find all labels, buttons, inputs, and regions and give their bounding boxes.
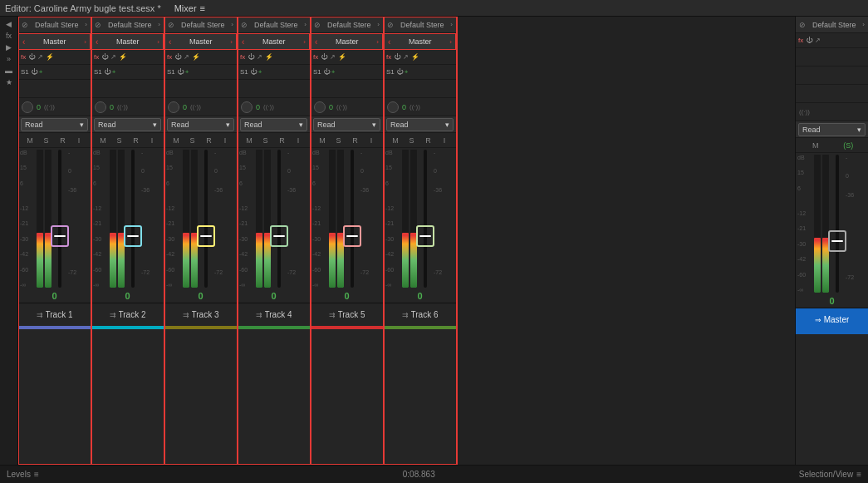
- mixer-label[interactable]: Mixer ≡: [174, 3, 205, 13]
- read-dropdown-5[interactable]: Read ▾: [313, 118, 380, 131]
- fader-handle-2[interactable]: [124, 225, 142, 247]
- fx-row-2: fx ⏻ ↗ ⚡: [91, 50, 164, 65]
- fx-auto-2[interactable]: ⚡: [119, 53, 127, 61]
- read-dropdown-6[interactable]: Read ▾: [386, 118, 454, 131]
- sends-label-2: S1: [94, 68, 102, 76]
- fx-send-2[interactable]: ↗: [110, 53, 116, 61]
- fader-area-2: dB156-12-21-30-42-60-∞ -0-36-72: [91, 148, 164, 289]
- phi-row-1: ⊘ Default Stere ›: [18, 17, 91, 33]
- input-label-1: Default Stere: [28, 21, 85, 29]
- sends-plus-1[interactable]: +: [39, 68, 43, 76]
- channels-area: ⊘ Default Stere › ‹ Master › fx ⏻ ↗ ⚡ S1…: [18, 17, 795, 465]
- read-dropdown-2[interactable]: Read ▾: [94, 118, 161, 131]
- master-label-2: Master: [98, 37, 157, 46]
- master-arrows-1[interactable]: ›: [84, 38, 86, 46]
- read-dropdown-master[interactable]: Read ▾: [798, 123, 866, 136]
- left-expand-icon[interactable]: »: [7, 55, 11, 63]
- i-btn-1[interactable]: I: [73, 136, 85, 145]
- fx-power-2[interactable]: ⏻: [101, 53, 108, 61]
- phi-icon-2: ⊘: [95, 21, 101, 29]
- left-bars-icon: ▬: [5, 67, 12, 75]
- db-right-2: -0-36-72: [141, 150, 156, 288]
- db-left-2: dB156-12-21-30-42-60-∞: [93, 150, 110, 288]
- left-star-icon[interactable]: ★: [6, 78, 12, 86]
- sends-power-1[interactable]: ⏻: [31, 68, 37, 76]
- master-arrows-2[interactable]: ›: [157, 38, 159, 46]
- meter-dial-1: [22, 101, 33, 113]
- m-btn-1[interactable]: M: [24, 136, 36, 145]
- master-row-3: ‹ Master ›: [164, 33, 237, 50]
- phi-row-3: ⊘ Default Stere ›: [164, 17, 237, 33]
- fader-handle-3[interactable]: [197, 225, 215, 247]
- meters-1: [37, 150, 51, 288]
- left-fx-icon[interactable]: fx: [6, 32, 12, 40]
- meters-2: [110, 150, 125, 288]
- master-track-name: Master: [824, 315, 850, 324]
- master-route-icon: ⇒: [815, 316, 821, 324]
- master-row-1: ‹ Master ›: [18, 33, 91, 50]
- read-dropdown-4[interactable]: Read ▾: [240, 118, 307, 131]
- meter-row-1: 0 ((·)): [18, 98, 91, 116]
- read-dropdown-1[interactable]: Read ▾: [21, 118, 88, 131]
- r-btn-2[interactable]: R: [130, 136, 141, 145]
- meter-row-2: 0 ((·)): [91, 98, 164, 116]
- left-panel: ◀ fx ▶ » ▬ ★: [0, 17, 18, 465]
- master-panel: ⊘ Default Stere › fx ⏻ ↗ ((·)) Read ▾ M …: [795, 17, 868, 465]
- selection-section[interactable]: Selection/View ≡: [799, 470, 861, 479]
- i-btn-2[interactable]: I: [146, 136, 158, 145]
- meter-icon-1: ((·)): [44, 103, 55, 111]
- track-name-2: Track 2: [119, 310, 146, 319]
- msri-row-2: M S R I: [91, 133, 164, 148]
- meter-icon-2: ((·)): [117, 103, 128, 111]
- db-left-1: dB156-12-21-30-42-60-∞: [20, 150, 37, 288]
- levels-label: Levels: [7, 470, 31, 479]
- s-btn-1[interactable]: S: [41, 136, 52, 145]
- sends-plus-2[interactable]: +: [112, 68, 116, 76]
- read-dropdown-3[interactable]: Read ▾: [167, 118, 234, 131]
- channel-strip-6: ⊘ Default Stere › ‹ Master › fx ⏻ ↗ ⚡ S1…: [384, 17, 457, 465]
- fx-label-1[interactable]: fx: [21, 53, 26, 61]
- bottom-bar: Levels ≡ 0:08.863 Selection/View ≡: [0, 465, 868, 483]
- zero-row-1: 0: [18, 289, 91, 303]
- master-fx-row: fx ⏻ ↗: [796, 33, 868, 48]
- selection-label: Selection/View: [799, 470, 853, 479]
- left-track-icon[interactable]: ▶: [6, 43, 12, 52]
- track-name-1: Track 1: [46, 310, 73, 319]
- input-arrow-1[interactable]: ›: [85, 21, 87, 28]
- fader-col-1[interactable]: [51, 150, 68, 288]
- empty-row-2: [91, 80, 164, 98]
- fx-auto-1[interactable]: ⚡: [46, 53, 54, 61]
- levels-icon: ≡: [34, 470, 39, 479]
- fader-handle-6[interactable]: [416, 225, 434, 247]
- levels-section[interactable]: Levels ≡: [7, 470, 39, 479]
- name-row-2: ⇉ Track 2: [91, 303, 164, 326]
- channel-strip-2: ⊘ Default Stere › ‹ Master › fx ⏻ ↗ ⚡ S1…: [91, 17, 164, 465]
- input-arrow-2[interactable]: ›: [158, 21, 160, 28]
- fader-handle-1[interactable]: [51, 225, 69, 247]
- r-btn-1[interactable]: R: [56, 136, 68, 145]
- sends-row-1: S1 ⏻ +: [18, 65, 91, 80]
- left-arrow-icon[interactable]: ◀: [6, 20, 12, 28]
- master-row-2: ‹ Master ›: [91, 33, 164, 50]
- phi-icon-1: ⊘: [22, 21, 28, 29]
- sends-power-2[interactable]: ⏻: [104, 68, 110, 76]
- meter-val-2: 0: [110, 103, 114, 111]
- fx-label-2[interactable]: fx: [94, 53, 99, 61]
- input-label-2: Default Stere: [101, 21, 158, 29]
- meter-val-1: 0: [37, 103, 41, 111]
- channel-strip-4: ⊘ Default Stere › ‹ Master › fx ⏻ ↗ ⚡ S1…: [238, 17, 311, 465]
- track-icon-2: ⇉: [110, 311, 116, 319]
- fader-handle-5[interactable]: [343, 225, 361, 247]
- color-bar-1: [18, 326, 91, 329]
- fader-col-2[interactable]: [125, 150, 141, 288]
- color-bar-2: [91, 326, 164, 329]
- master-phi-row: ⊘ Default Stere ›: [796, 17, 868, 33]
- fader-handle-4[interactable]: [270, 225, 288, 247]
- fader-handle-master[interactable]: [828, 230, 846, 252]
- fx-send-1[interactable]: ↗: [37, 53, 43, 61]
- m-btn-2[interactable]: M: [97, 136, 109, 145]
- fx-power-1[interactable]: ⏻: [28, 53, 35, 61]
- channel-strip-5: ⊘ Default Stere › ‹ Master › fx ⏻ ↗ ⚡ S1…: [311, 17, 384, 465]
- sends-row-2: S1 ⏻ +: [91, 65, 164, 80]
- s-btn-2[interactable]: S: [114, 136, 125, 145]
